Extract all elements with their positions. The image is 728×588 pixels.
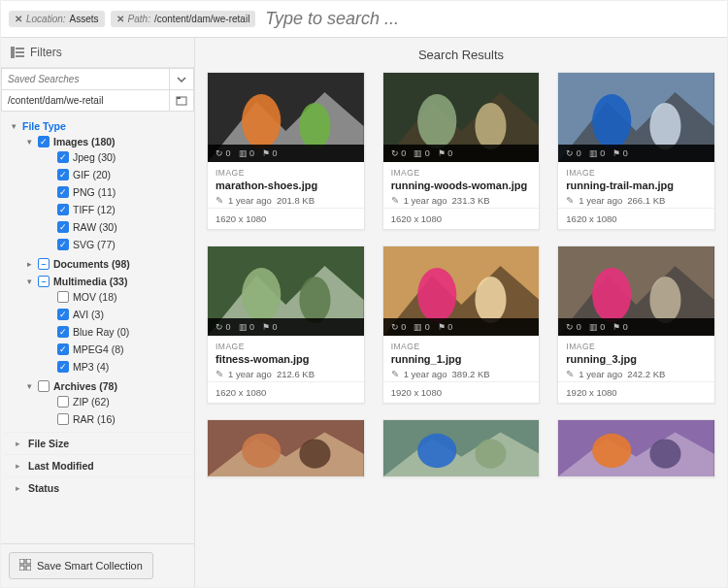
checkbox[interactable]: ✓: [57, 151, 69, 163]
saved-searches-input[interactable]: [1, 68, 169, 90]
svg-rect-1: [16, 48, 24, 49]
refresh-icon[interactable]: ↻ 0: [566, 148, 581, 158]
checkbox[interactable]: ✓: [57, 326, 69, 338]
asset-type-label: IMAGE: [391, 168, 532, 178]
checkbox[interactable]: ✓: [57, 221, 69, 233]
views-icon[interactable]: ▥ 0: [589, 148, 606, 158]
facet-images-option[interactable]: ✓ TIFF (12): [44, 203, 194, 216]
refresh-icon[interactable]: ↻ 0: [215, 322, 231, 332]
filters-sidebar: Filters ▾ File Type: [1, 38, 195, 587]
facet-multimedia-option[interactable]: ✓ AVI (3): [44, 308, 194, 321]
checkbox-documents[interactable]: –: [38, 258, 50, 270]
path-input[interactable]: [1, 90, 169, 112]
views-icon[interactable]: ▥ 0: [589, 322, 606, 332]
svg-rect-9: [26, 566, 31, 571]
views-icon[interactable]: ▥ 0: [239, 322, 255, 332]
views-icon[interactable]: ▥ 0: [239, 148, 255, 158]
facet-images-option[interactable]: ✓ SVG (77): [44, 238, 194, 251]
refresh-icon[interactable]: ↻ 0: [391, 322, 407, 332]
checkbox[interactable]: ✓: [57, 361, 69, 373]
edit-icon: ✎: [566, 195, 574, 206]
checkbox-archives[interactable]: [38, 380, 50, 392]
asset-card[interactable]: ↻ 0 ▥ 0 ⚑ 0 IMAGE fitness-woman.jpg ✎ 1 …: [207, 245, 365, 404]
facet-archives-option[interactable]: ZIP (62): [44, 395, 194, 408]
tag-icon[interactable]: ⚑ 0: [438, 322, 453, 332]
refresh-icon[interactable]: ↻ 0: [391, 148, 407, 158]
svg-point-13: [299, 103, 330, 149]
refresh-icon[interactable]: ↻ 0: [215, 148, 231, 158]
facet-images-option[interactable]: ✓ PNG (11): [44, 185, 194, 199]
asset-card[interactable]: ↻ 0 ▥ 0 ⚑ 0 IMAGE running_1.jpg ✎ 1 year…: [382, 245, 541, 404]
asset-thumbnail[interactable]: ↻ 0 ▥ 0 ⚑ 0: [208, 73, 364, 162]
asset-type-label: IMAGE: [215, 342, 356, 351]
asset-thumbnail[interactable]: ↻ 0 ▥ 0 ⚑ 0: [383, 420, 540, 476]
asset-thumbnail[interactable]: ↻ 0 ▥ 0 ⚑ 0: [208, 246, 364, 336]
asset-card[interactable]: ↻ 0 ▥ 0 ⚑ 0 IMAGE running-trail-man.jpg …: [557, 72, 715, 230]
checkbox[interactable]: ✓: [57, 169, 69, 180]
asset-thumbnail[interactable]: ↻ 0 ▥ 0 ⚑ 0: [208, 420, 364, 476]
facet-file-type[interactable]: ▾ File Type: [5, 119, 194, 133]
checkbox[interactable]: [57, 291, 69, 303]
rail-toggle-icon[interactable]: [11, 47, 24, 58]
asset-thumbnail[interactable]: ↻ 0 ▥ 0 ⚑ 0: [383, 246, 540, 336]
asset-thumbnail[interactable]: ↻ 0 ▥ 0 ⚑ 0: [558, 73, 714, 162]
omnisearch-input[interactable]: [261, 7, 719, 31]
close-icon[interactable]: ✕: [116, 14, 124, 24]
quick-actions-bar: ↻ 0 ▥ 0 ⚑ 0: [208, 145, 364, 162]
asset-card[interactable]: ↻ 0 ▥ 0 ⚑ 0: [207, 419, 365, 477]
facet-archives-option[interactable]: RAR (16): [44, 412, 194, 426]
asset-card[interactable]: ↻ 0 ▥ 0 ⚑ 0 IMAGE running-woods-woman.jp…: [382, 72, 541, 230]
facet-section[interactable]: ▸ File Size: [5, 432, 194, 454]
asset-card[interactable]: ↻ 0 ▥ 0 ⚑ 0 IMAGE marathon-shoes.jpg ✎ 1…: [207, 72, 365, 230]
tag-icon[interactable]: ⚑ 0: [262, 322, 278, 332]
asset-dimensions: 1920 x 1080: [383, 381, 540, 403]
tag-icon[interactable]: ⚑ 0: [262, 148, 278, 158]
tag-icon[interactable]: ⚑ 0: [438, 148, 453, 158]
asset-card[interactable]: ↻ 0 ▥ 0 ⚑ 0: [382, 419, 541, 477]
checkbox[interactable]: ✓: [57, 204, 69, 215]
svg-point-32: [592, 268, 631, 322]
views-icon[interactable]: ▥ 0: [414, 322, 430, 332]
checkbox[interactable]: ✓: [57, 343, 69, 355]
facet-multimedia-option[interactable]: ✓ Blue Ray (0): [44, 325, 194, 339]
checkbox[interactable]: ✓: [57, 239, 69, 250]
asset-card[interactable]: ↻ 0 ▥ 0 ⚑ 0 IMAGE running_3.jpg ✎ 1 year…: [557, 245, 715, 404]
asset-filename: fitness-woman.jpg: [215, 353, 356, 365]
asset-card[interactable]: ↻ 0 ▥ 0 ⚑ 0: [557, 419, 715, 477]
tag-icon[interactable]: ⚑ 0: [612, 148, 628, 158]
facet-section[interactable]: ▸ Last Modified: [5, 454, 194, 476]
facet-section[interactable]: ▸ Status: [5, 476, 194, 499]
facet-documents[interactable]: ▸ – Documents (98): [24, 257, 194, 271]
svg-point-29: [475, 277, 506, 323]
asset-thumbnail[interactable]: ↻ 0 ▥ 0 ⚑ 0: [558, 246, 714, 336]
quick-actions-bar: ↻ 0 ▥ 0 ⚑ 0: [558, 145, 714, 162]
checkbox[interactable]: ✓: [57, 186, 69, 198]
facet-multimedia[interactable]: ▾ – Multimedia (33): [24, 275, 194, 288]
facet-archives[interactable]: ▾ Archives (78): [24, 379, 194, 393]
path-picker-button[interactable]: [169, 90, 194, 112]
asset-meta: ✎ 1 year ago 201.8 KB: [215, 195, 356, 206]
facet-multimedia-option[interactable]: ✓ MPEG4 (8): [44, 343, 194, 356]
filter-tag[interactable]: ✕ Location: Assets: [9, 11, 105, 27]
filter-tag[interactable]: ✕ Path: /content/dam/we-retail: [111, 11, 256, 27]
views-icon[interactable]: ▥ 0: [414, 148, 430, 158]
saved-searches-dropdown[interactable]: [169, 68, 194, 90]
checkbox[interactable]: [57, 413, 69, 425]
facet-images-option[interactable]: ✓ GIF (20): [44, 168, 194, 181]
close-icon[interactable]: ✕: [15, 14, 22, 24]
facet-images[interactable]: ▾ ✓ Images (180): [24, 135, 194, 148]
checkbox[interactable]: ✓: [57, 309, 69, 320]
facet-images-option[interactable]: ✓ Jpeg (30): [44, 150, 194, 164]
asset-thumbnail[interactable]: ↻ 0 ▥ 0 ⚑ 0: [558, 420, 714, 476]
checkbox-images[interactable]: ✓: [38, 136, 50, 147]
facet-multimedia-option[interactable]: MOV (18): [44, 290, 194, 304]
grid-icon: [19, 559, 31, 572]
save-smart-collection-button[interactable]: Save Smart Collection: [9, 552, 153, 579]
refresh-icon[interactable]: ↻ 0: [566, 322, 581, 332]
tag-icon[interactable]: ⚑ 0: [612, 322, 628, 332]
checkbox[interactable]: [57, 396, 69, 408]
checkbox-multimedia[interactable]: –: [38, 276, 50, 287]
facet-multimedia-option[interactable]: ✓ MP3 (4): [44, 360, 194, 374]
asset-thumbnail[interactable]: ↻ 0 ▥ 0 ⚑ 0: [383, 73, 540, 162]
facet-images-option[interactable]: ✓ RAW (30): [44, 220, 194, 234]
